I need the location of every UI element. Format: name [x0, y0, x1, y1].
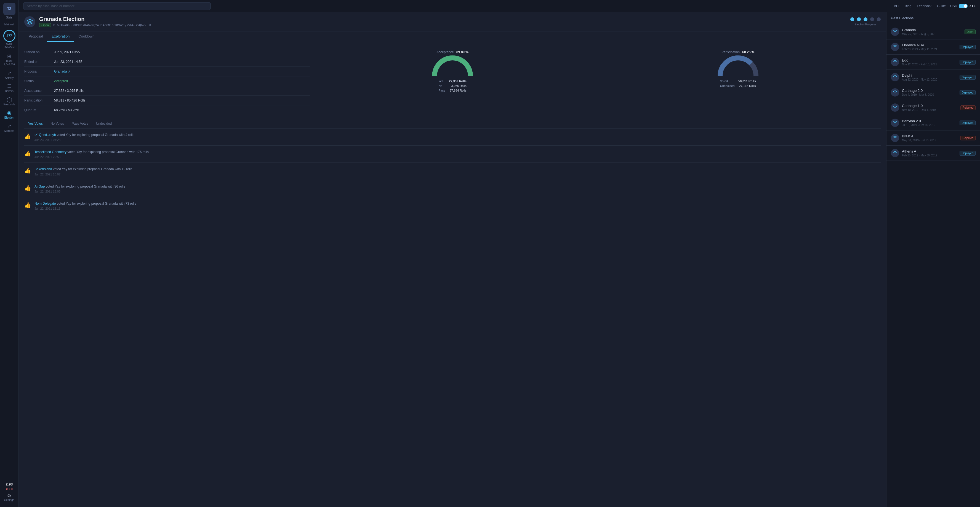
election-list-icon	[891, 28, 899, 36]
vote-item: 👍 AirGap voted Yay for exploring proposa…	[24, 180, 881, 197]
election-badge-florence: Deployed	[959, 45, 975, 49]
stats-left: Started on Jun 9, 2021 03:27 Ended on Ju…	[24, 48, 310, 115]
acceptance-svg	[432, 55, 473, 77]
tab-exploration[interactable]: Exploration	[47, 32, 74, 42]
vote-tab-undecided[interactable]: Undecided	[92, 119, 116, 128]
election-info-athens: Athens A Feb 25, 2019 - May 30, 2019	[902, 149, 957, 157]
copy-icon[interactable]: ⧉	[149, 23, 151, 27]
feedback-link[interactable]: Feedback	[917, 4, 931, 8]
progress-dot-3	[864, 17, 867, 21]
list-item-granada[interactable]: Granada May 25, 2021 - Aug 6, 2021 Open	[886, 24, 980, 40]
list-item-delphi[interactable]: Delphi Aug 12, 2020 - Nov 12, 2020 Deplo…	[886, 70, 980, 85]
election-header-icon	[24, 16, 35, 27]
currency-usd-label: USD	[950, 4, 957, 8]
thumbs-up-icon: 👍	[24, 167, 31, 174]
vote-item: 👍 BakerIsland voted Yay for exploring pr…	[24, 163, 881, 180]
list-item-brest[interactable]: Brest A May 30, 2019 - Jul 16, 2019 Reje…	[886, 130, 980, 146]
right-panel: Past Elections Granada May 25, 2021 - Au…	[886, 12, 980, 507]
election-badge-babylon: Deployed	[959, 121, 975, 125]
election-name-carthage1: Carthage 1.0	[902, 104, 958, 108]
voted-label: Voted	[720, 79, 728, 83]
election-progress: Election Progress	[850, 17, 881, 26]
list-item-edo[interactable]: Edo Nov 12, 2020 - Feb 13, 2021 Deployed	[886, 55, 980, 70]
exploration-content: Started on Jun 9, 2021 03:27 Ended on Ju…	[19, 42, 886, 220]
vote-tab-yes[interactable]: Yes Votes	[24, 119, 47, 128]
voter-link-1[interactable]: Tessellated Geometry	[35, 150, 67, 154]
tab-cooldown[interactable]: Cooldown	[74, 32, 99, 42]
pass-label: Pass	[438, 89, 445, 92]
vote-tab-pass[interactable]: Pass Votes	[68, 119, 92, 128]
election-list-icon	[891, 58, 899, 66]
thumbs-up-icon: 👍	[24, 184, 31, 191]
cycle-ring: 377	[3, 30, 16, 42]
sidebar-item-block[interactable]: ⊞ Block1,546,806	[0, 52, 19, 68]
election-title: Granada Election	[39, 16, 846, 22]
proposal-value[interactable]: Granada ↗	[54, 70, 71, 73]
tab-proposal[interactable]: Proposal	[24, 32, 47, 42]
yes-rolls: 27,352 Rolls	[449, 79, 466, 83]
list-item-carthage2[interactable]: Carthage 2.0 Dec 4, 2019 - Mar 5, 2020 D…	[886, 85, 980, 100]
election-icon: ◉	[7, 110, 11, 115]
election-badge-delphi: Deployed	[959, 75, 975, 80]
acceptance-legend: Yes 27,352 Rolls No 3,075 Rolls Pass 27,…	[438, 79, 466, 92]
markets-icon: ↗	[7, 124, 11, 129]
past-elections-header: Past Elections	[886, 12, 980, 24]
election-list-icon	[891, 73, 899, 81]
election-name-brest: Brest A	[902, 134, 958, 138]
election-list-icon	[891, 88, 899, 97]
stat-proposal: Proposal Granada ↗	[24, 67, 310, 76]
legend-undecided: Undecided 27,115 Rolls	[720, 84, 756, 87]
election-list-icon	[891, 134, 899, 142]
participation-svg	[718, 55, 759, 77]
election-name-granada: Granada	[902, 28, 962, 32]
election-title-area: Granada Election Open PTGRANADsDU8R9daYK…	[39, 16, 846, 27]
currency-toggle: USD XTZ	[950, 4, 975, 8]
vote-details: BakerIsland voted Yay for exploring prop…	[35, 167, 132, 176]
acceptance-stat-label: Acceptance	[24, 89, 52, 93]
voter-link-0[interactable]: tz1Qhnd..xnyb	[35, 133, 56, 137]
list-item-florence[interactable]: Florence NBA Feb 28, 2021 - May 11, 2021…	[886, 40, 980, 55]
external-link-icon: ↗	[68, 70, 71, 73]
list-item-babylon[interactable]: Babylon 2.0 Jul 16, 2019 - Oct 18, 2019 …	[886, 115, 980, 130]
vote-time-2: Jun 22, 2021 20:07	[35, 173, 132, 176]
guide-link[interactable]: Guide	[937, 4, 946, 8]
voter-link-2[interactable]: BakerIsland	[35, 167, 52, 171]
currency-toggle-switch[interactable]	[959, 4, 967, 8]
sidebar-item-settings[interactable]: ⚙ Settings	[4, 493, 14, 501]
voter-link-4[interactable]: Norn Delegate	[35, 202, 56, 205]
vote-details: AirGap voted Yay for exploring proposal …	[35, 184, 125, 193]
blog-link[interactable]: Blog	[905, 4, 911, 8]
progress-dot-1	[850, 17, 854, 21]
election-hash: PTGRANADsDU8R9daYKAGwNQYAJ64omN1o3KMGVCy…	[53, 24, 146, 27]
participation-chart-title: Participation 68.25 %	[721, 50, 754, 54]
pass-rolls: 27,884 Rolls	[450, 89, 466, 92]
list-item-athens[interactable]: Athens A Feb 25, 2019 - May 30, 2019 Dep…	[886, 146, 980, 161]
currency-xtz-label: XTZ	[969, 4, 975, 8]
body-area: Granada Election Open PTGRANADsDU8R9daYK…	[19, 12, 980, 507]
participation-legend: Voted 58,311 Rolls Undecided 27,115 Roll…	[720, 79, 756, 87]
legend-yes: Yes 27,352 Rolls	[438, 79, 466, 83]
sidebar-item-markets[interactable]: ↗ Markets	[0, 121, 19, 135]
vote-details: tz1Qhnd..xnyb voted Yay for exploring pr…	[35, 132, 134, 141]
sidebar-item-activity[interactable]: ↗ Activity	[0, 68, 19, 82]
vote-tabs: Yes Votes No Votes Pass Votes Undecided	[24, 119, 881, 129]
election-date-carthage1: Nov 10, 2019 - Dec 4, 2019	[902, 108, 958, 111]
sidebar-item-bakers[interactable]: ☰ Bakers	[0, 82, 19, 95]
election-badge-carthage2: Deployed	[959, 90, 975, 95]
protocols-icon: ◯	[6, 97, 12, 102]
voted-rolls: 58,311 Rolls	[738, 79, 756, 83]
stat-status: Status Accepted	[24, 76, 310, 86]
election-name-athens: Athens A	[902, 149, 957, 153]
vote-tab-no[interactable]: No Votes	[47, 119, 68, 128]
activity-icon: ↗	[7, 71, 11, 76]
sidebar-item-activity-label: Activity	[5, 76, 14, 79]
sidebar-item-protocols[interactable]: ◯ Protocols	[0, 95, 19, 108]
metrics-row: Started on Jun 9, 2021 03:27 Ended on Ju…	[24, 48, 881, 115]
participation-stat-label: Participation	[24, 99, 52, 102]
list-item-carthage1[interactable]: Carthage 1.0 Nov 10, 2019 - Dec 4, 2019 …	[886, 100, 980, 115]
bakers-icon: ☰	[7, 84, 11, 89]
voter-link-3[interactable]: AirGap	[35, 184, 45, 188]
search-input[interactable]	[23, 2, 211, 10]
sidebar-item-election[interactable]: ◉ Election	[0, 108, 19, 121]
api-link[interactable]: API	[894, 4, 899, 8]
